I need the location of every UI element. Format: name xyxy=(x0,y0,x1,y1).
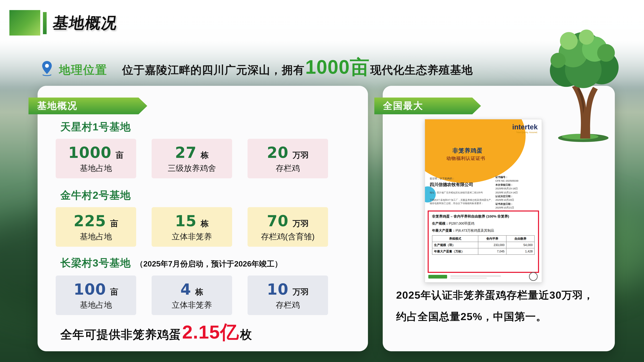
table-header-row: 养殖模式 舍内平养 自由散养 xyxy=(432,236,534,242)
table-cell: 年最大产蛋量（万枚） xyxy=(432,248,478,255)
location-sentence: 位于嘉陵江畔的四川广元深山，拥有 1000亩 现代化生态养殖基地 xyxy=(122,54,473,80)
stat-unit: 万羽 xyxy=(293,218,309,229)
meta-value: 2025年05月15-16日 xyxy=(496,187,538,191)
scope-title: 非笼养鸡蛋 – 舍内平养和自由散养 (100% 非笼养) xyxy=(432,214,535,219)
base-name: 天星村1号基地 xyxy=(60,120,131,134)
stat-unit: 亩 xyxy=(110,286,118,297)
base-note: （2025年7月份启动，预计于2026年竣工） xyxy=(136,259,282,269)
meta-value: 2025年10月20日 xyxy=(496,199,538,202)
annual-supply-summary: 全年可提供非笼养鸡蛋 2.15亿 枚 xyxy=(60,320,252,345)
stat-value: 15 xyxy=(175,212,196,230)
stat-unit: 万羽 xyxy=(293,286,309,297)
ribbon-base-overview: 基地概况 xyxy=(28,97,147,114)
certificate-green-badge xyxy=(428,275,447,279)
certification-mark-icon xyxy=(529,272,538,281)
scope-label: 年最大产蛋量： xyxy=(432,229,456,232)
stat-value: 70 xyxy=(267,212,288,230)
stat-label: 存栏鸡 xyxy=(276,163,300,173)
certificate-subtitle: 动物福利认证证书 xyxy=(446,156,485,162)
summary-prefix: 全年可提供非笼养鸡蛋 xyxy=(60,327,181,343)
stat-row-1: 1000亩 基地占地 27栋 三级放养鸡舍 20万羽 存栏鸡 xyxy=(56,139,328,178)
meta-label: 证书编号： xyxy=(496,176,538,179)
stat-value: 4 xyxy=(180,280,191,298)
stat-row-3: 100亩 基地占地 4栋 立体非笼养 10万羽 存栏鸡 xyxy=(56,276,328,315)
stat-value: 27 xyxy=(175,144,196,161)
stat-box: 15栋 立体非笼养 xyxy=(152,207,232,247)
stat-box: 225亩 基地占地 xyxy=(56,207,136,247)
stat-row-2: 225亩 基地占地 15栋 立体非笼养 70万羽 存栏鸡(含育雏) xyxy=(56,207,328,247)
location-highlight: 1000亩 xyxy=(305,54,370,80)
location-label: 地理位置 xyxy=(59,62,107,78)
table-cell: 54,000 xyxy=(506,242,534,248)
stat-unit: 栋 xyxy=(201,218,209,229)
base-name: 金牛村2号基地 xyxy=(60,188,131,202)
stat-box: 20万羽 存栏鸡 xyxy=(248,139,328,178)
base-heading-2: 金牛村2号基地 xyxy=(60,188,136,202)
table-row: 年最大产蛋量（万枚） 7,045 1,428 xyxy=(432,248,534,255)
scope-production: 生产规模：约287,000羽蛋鸡 xyxy=(432,221,535,226)
page-title: 基地概况 xyxy=(52,13,119,33)
certificate-meta: 证书编号：CFE-NC-202505039 本次审核日期：2025年05月15-… xyxy=(496,176,538,214)
table-row: 生产规模（羽） 233,000 54,000 xyxy=(432,242,534,248)
location-text-before: 位于嘉陵江畔的四川广元深山，拥有 xyxy=(122,63,304,78)
location-pin-icon xyxy=(40,60,54,76)
stat-box: 1000亩 基地占地 xyxy=(56,139,136,178)
meta-value: 2025年10月21日 xyxy=(496,206,538,210)
stat-label: 存栏鸡(含育雏) xyxy=(261,231,314,242)
table-cell: 1,428 xyxy=(506,248,534,255)
stat-box: 70万羽 存栏鸡(含育雏) xyxy=(248,207,328,247)
table-cell: 生产规模（羽） xyxy=(432,242,478,248)
stat-label: 基地占地 xyxy=(80,163,112,173)
meta-label: 本次审核日期： xyxy=(496,183,538,187)
scope-yield: 年最大产蛋量：约8,473万枚鸡蛋及其制品 xyxy=(432,228,535,233)
certificate-footnote-line xyxy=(450,278,487,279)
stat-unit: 栋 xyxy=(201,150,209,160)
slide: 基地概况 地理位置 位于嘉陵江畔的四川广元深山，拥有 1000亩 现代化生态养殖… xyxy=(0,0,644,362)
certified-company-name: 四川信德农牧有限公司 xyxy=(430,182,473,188)
location-text-after: 现代化生态养殖基地 xyxy=(370,63,473,78)
certificate-footnote-line xyxy=(450,276,501,277)
summary-highlight: 2.15亿 xyxy=(182,320,239,345)
meta-value: 2025年10月13-14日 xyxy=(496,191,538,195)
caption-line-2: 约占全国总量25%，中国第一。 xyxy=(396,310,547,324)
stat-label: 基地占地 xyxy=(80,300,112,310)
base-heading-1: 天星村1号基地 xyxy=(60,120,136,134)
table-header: 养殖模式 xyxy=(432,236,478,242)
tree-illustration xyxy=(536,20,630,145)
table-header: 自由散养 xyxy=(506,236,534,242)
stat-label: 存栏鸡 xyxy=(276,300,300,310)
scope-value: 约287,000羽蛋鸡 xyxy=(449,222,474,225)
meta-label: 证书发放日期： xyxy=(496,202,538,206)
location-row: 地理位置 位于嘉陵江畔的四川广元深山，拥有 1000亩 现代化生态养殖基地 xyxy=(40,54,473,80)
meta-value: CFE-NC-202505039 xyxy=(496,179,538,183)
ribbon-national-largest: 全国最大 xyxy=(374,97,481,114)
scope-label: 生产规模： xyxy=(432,222,449,225)
table-header: 舍内平养 xyxy=(478,236,506,242)
base-overview-card: 基地概况 天星村1号基地 1000亩 基地占地 27栋 三级放养鸡舍 20万羽 … xyxy=(38,86,368,351)
table-cell: 7,045 xyxy=(478,248,506,255)
title-accent-square xyxy=(10,10,40,35)
stat-value: 225 xyxy=(74,212,106,230)
intertek-tagline: Total Quality. Assured. xyxy=(512,131,538,133)
stat-value: 20 xyxy=(267,144,288,161)
stat-value: 100 xyxy=(74,280,106,298)
summary-suffix: 枚 xyxy=(240,327,252,343)
stat-value: 10 xyxy=(267,280,288,298)
stat-label: 立体非笼养 xyxy=(172,231,212,242)
base-heading-3: 长梁村3号基地 （2025年7月份启动，预计于2026年竣工） xyxy=(60,256,282,270)
stat-unit: 栋 xyxy=(195,286,203,297)
stat-value: 1000 xyxy=(68,144,112,161)
base-name: 长梁村3号基地 xyxy=(60,256,131,270)
scope-table: 养殖模式 舍内平养 自由散养 生产规模（羽） 233,000 54,000 年最… xyxy=(432,235,535,255)
stat-box: 4栋 立体非笼养 xyxy=(152,276,232,315)
stat-unit: 亩 xyxy=(116,150,124,160)
stat-box: 27栋 三级放养鸡舍 xyxy=(152,139,232,178)
company-address: 地址：四川省广元市昭化区红岩镇天星村二组105号 xyxy=(430,191,494,194)
stat-box: 100亩 基地占地 xyxy=(56,276,136,315)
meta-label: 认证决定日期： xyxy=(496,195,538,199)
stat-box: 10万羽 存栏鸡 xyxy=(248,276,328,315)
intertek-logo: intertek Total Quality. Assured. xyxy=(512,123,538,133)
certification-scope-box: 非笼养鸡蛋 – 舍内平养和自由散养 (100% 非笼养) 生产规模：约287,0… xyxy=(428,211,539,273)
title-accent-bar xyxy=(43,12,46,34)
stat-unit: 万羽 xyxy=(293,150,309,160)
